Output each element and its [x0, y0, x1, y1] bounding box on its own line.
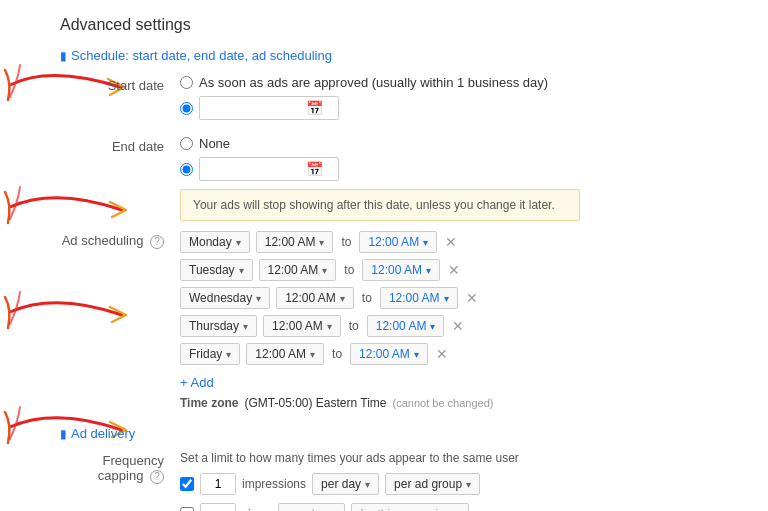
end-date-label: End date	[60, 136, 180, 154]
impressions-period-arrow: ▾	[365, 479, 370, 490]
ad-scheduling-label: Ad scheduling ?	[60, 231, 180, 249]
timezone-note: (cannot be changed)	[393, 397, 494, 409]
timezone-row: Time zone (GMT-05:00) Eastern Time (cann…	[180, 396, 728, 410]
start-date-calendar-icon[interactable]: 📅	[306, 100, 323, 116]
ad-delivery-section-header: ▮ Ad delivery	[60, 426, 728, 441]
end-time-tuesday[interactable]: 12:00 AM ▾	[362, 259, 440, 281]
start-date-option1-text: As soon as ads are approved (usually wit…	[199, 75, 548, 90]
day-select-thursday[interactable]: Thursday ▾	[180, 315, 257, 337]
impressions-row: impressions per day ▾ per ad group ▾	[180, 473, 728, 495]
end-date-option-specific: Apr 22, 2018 📅	[180, 157, 728, 181]
end-time-wednesday[interactable]: 12:00 AM ▾	[380, 287, 458, 309]
start-date-input[interactable]: Apr 15, 2018	[206, 101, 306, 116]
day-select-monday[interactable]: Monday ▾	[180, 231, 250, 253]
views-period-select[interactable]: per day ▾	[278, 503, 345, 511]
end-date-radio-none[interactable]	[180, 137, 193, 150]
start-date-row: Start date As soon as ads are approved (…	[60, 75, 728, 126]
remove-friday[interactable]: ✕	[434, 346, 450, 362]
start-date-radio-specific[interactable]	[180, 102, 193, 115]
schedule-section-link[interactable]: Schedule: start date, end date, ad sched…	[71, 48, 332, 63]
scheduling-row-wednesday: Wednesday ▾ 12:00 AM ▾ to 12:00 AM ▾ ✕	[180, 287, 728, 309]
remove-monday[interactable]: ✕	[443, 234, 459, 250]
start-time-monday-arrow: ▾	[319, 237, 324, 248]
end-time-friday[interactable]: 12:00 AM ▾	[350, 343, 428, 365]
end-time-thursday-arrow: ▾	[430, 321, 435, 332]
ad-scheduling-content: Monday ▾ 12:00 AM ▾ to 12:00 AM ▾ ✕ Tues…	[180, 231, 728, 410]
to-text-tuesday: to	[342, 263, 356, 277]
start-time-tuesday[interactable]: 12:00 AM ▾	[259, 259, 337, 281]
page-title: Advanced settings	[60, 16, 728, 34]
start-date-input-wrapper[interactable]: Apr 15, 2018 📅	[199, 96, 339, 120]
frequency-capping-content: Set a limit to how many times your ads a…	[180, 451, 728, 511]
end-time-tuesday-arrow: ▾	[426, 265, 431, 276]
end-date-input-wrapper[interactable]: Apr 22, 2018 📅	[199, 157, 339, 181]
remove-thursday[interactable]: ✕	[450, 318, 466, 334]
views-count-input[interactable]	[200, 503, 236, 511]
end-date-calendar-icon[interactable]: 📅	[306, 161, 323, 177]
end-date-option-none: None	[180, 136, 728, 151]
start-time-thursday-arrow: ▾	[327, 321, 332, 332]
end-time-wednesday-arrow: ▾	[444, 293, 449, 304]
ad-delivery-collapse-icon[interactable]: ▮	[60, 427, 67, 441]
schedule-section-header: ▮ Schedule: start date, end date, ad sch…	[60, 48, 728, 63]
start-time-tuesday-arrow: ▾	[322, 265, 327, 276]
ad-delivery-section-link[interactable]: Ad delivery	[71, 426, 135, 441]
to-text-wednesday: to	[360, 291, 374, 305]
start-time-wednesday[interactable]: 12:00 AM ▾	[276, 287, 354, 309]
start-date-content: As soon as ads are approved (usually wit…	[180, 75, 728, 126]
views-checkbox[interactable]	[180, 507, 194, 511]
frequency-capping-help-icon[interactable]: ?	[150, 470, 164, 484]
end-time-monday-arrow: ▾	[423, 237, 428, 248]
to-text-monday: to	[339, 235, 353, 249]
day-tuesday-arrow: ▾	[239, 265, 244, 276]
end-date-input[interactable]: Apr 22, 2018	[206, 162, 306, 177]
end-date-content: None Apr 22, 2018 📅 Your ads will stop s…	[180, 136, 728, 221]
start-time-wednesday-arrow: ▾	[340, 293, 345, 304]
views-row: views per day ▾ for this campaign ▾	[180, 503, 728, 511]
impressions-period-select[interactable]: per day ▾	[312, 473, 379, 495]
start-time-monday[interactable]: 12:00 AM ▾	[256, 231, 334, 253]
timezone-label: Time zone	[180, 396, 238, 410]
end-time-thursday[interactable]: 12:00 AM ▾	[367, 315, 445, 337]
frequency-capping-row: Frequency capping ? Set a limit to how m…	[60, 451, 728, 511]
scheduling-row-thursday: Thursday ▾ 12:00 AM ▾ to 12:00 AM ▾ ✕	[180, 315, 728, 337]
timezone-value: (GMT-05:00) Eastern Time	[244, 396, 386, 410]
day-select-wednesday[interactable]: Wednesday ▾	[180, 287, 270, 309]
end-time-friday-arrow: ▾	[414, 349, 419, 360]
day-thursday-arrow: ▾	[243, 321, 248, 332]
scheduling-row-friday: Friday ▾ 12:00 AM ▾ to 12:00 AM ▾ ✕	[180, 343, 728, 365]
start-time-friday[interactable]: 12:00 AM ▾	[246, 343, 324, 365]
day-select-tuesday[interactable]: Tuesday ▾	[180, 259, 253, 281]
frequency-capping-description: Set a limit to how many times your ads a…	[180, 451, 728, 465]
views-unit-label: views	[242, 507, 272, 511]
ad-scheduling-row: Ad scheduling ? Monday ▾ 12:00 AM ▾ to 1…	[60, 231, 728, 410]
impressions-group-arrow: ▾	[466, 479, 471, 490]
day-monday-arrow: ▾	[236, 237, 241, 248]
impressions-unit-label: impressions	[242, 477, 306, 491]
end-date-radio-specific[interactable]	[180, 163, 193, 176]
start-time-friday-arrow: ▾	[310, 349, 315, 360]
impressions-count-input[interactable]	[200, 473, 236, 495]
schedule-collapse-icon[interactable]: ▮	[60, 49, 67, 63]
views-campaign-select[interactable]: for this campaign ▾	[351, 503, 469, 511]
impressions-group-select[interactable]: per ad group ▾	[385, 473, 480, 495]
start-date-radio-asap[interactable]	[180, 76, 193, 89]
to-text-thursday: to	[347, 319, 361, 333]
start-time-thursday[interactable]: 12:00 AM ▾	[263, 315, 341, 337]
add-schedule-link[interactable]: + Add	[180, 375, 214, 390]
start-date-option2: Apr 15, 2018 📅	[180, 96, 728, 120]
start-date-option1: As soon as ads are approved (usually wit…	[180, 75, 728, 90]
start-date-label: Start date	[60, 75, 180, 93]
scheduling-row-tuesday: Tuesday ▾ 12:00 AM ▾ to 12:00 AM ▾ ✕	[180, 259, 728, 281]
ad-scheduling-help-icon[interactable]: ?	[150, 235, 164, 249]
scheduling-row-monday: Monday ▾ 12:00 AM ▾ to 12:00 AM ▾ ✕	[180, 231, 728, 253]
to-text-friday: to	[330, 347, 344, 361]
day-select-friday[interactable]: Friday ▾	[180, 343, 240, 365]
day-friday-arrow: ▾	[226, 349, 231, 360]
day-wednesday-arrow: ▾	[256, 293, 261, 304]
end-time-monday[interactable]: 12:00 AM ▾	[359, 231, 437, 253]
remove-tuesday[interactable]: ✕	[446, 262, 462, 278]
remove-wednesday[interactable]: ✕	[464, 290, 480, 306]
impressions-checkbox[interactable]	[180, 477, 194, 491]
end-date-warning: Your ads will stop showing after this da…	[180, 189, 580, 221]
